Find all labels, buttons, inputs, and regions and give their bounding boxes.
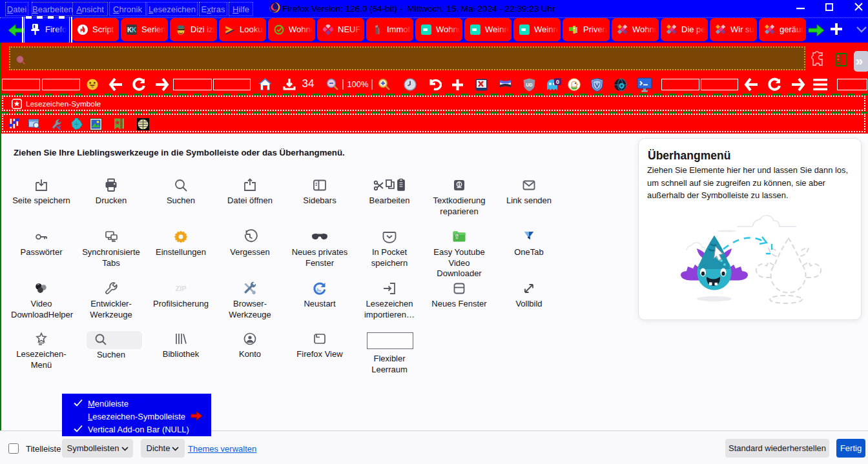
svg-text:ZIP: ZIP <box>175 285 186 292</box>
